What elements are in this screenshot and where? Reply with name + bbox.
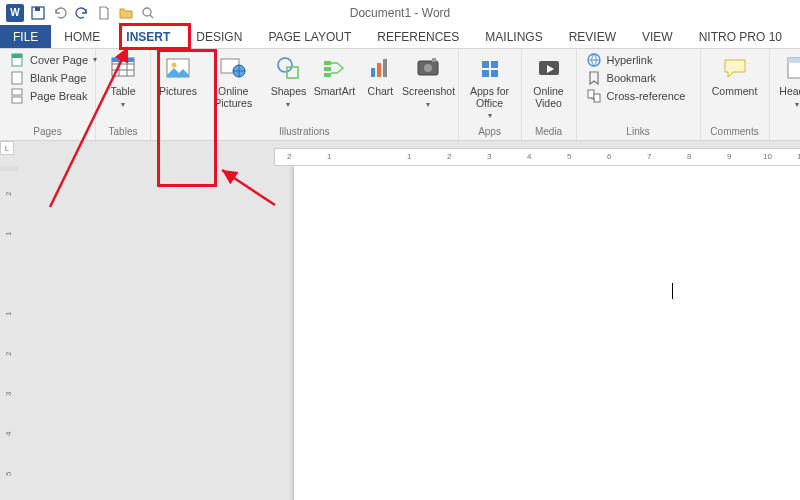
shapes-button[interactable]: Shapes▾	[267, 51, 309, 124]
cover-page-button[interactable]: Cover Page▾	[6, 51, 100, 69]
save-icon[interactable]	[30, 5, 46, 21]
svg-rect-39	[788, 58, 800, 63]
group-tables-label: Tables	[102, 124, 144, 140]
group-illustrations-label: Illustrations	[157, 124, 452, 140]
print-preview-icon[interactable]	[140, 5, 156, 21]
svg-rect-24	[371, 68, 375, 77]
tab-page-layout[interactable]: PAGE LAYOUT	[255, 25, 364, 48]
svg-rect-26	[383, 59, 387, 77]
smartart-icon	[320, 54, 348, 82]
vruler-tick: 2	[4, 352, 13, 356]
svg-rect-32	[482, 70, 489, 77]
ribbon: Cover Page▾ Blank Page Page Break Pages …	[0, 49, 800, 141]
online-pictures-icon	[219, 54, 247, 82]
group-hf-label	[776, 124, 800, 140]
chevron-down-icon: ▾	[795, 100, 799, 109]
shapes-label: Shapes	[271, 86, 307, 98]
vruler-tick: 1	[4, 232, 13, 236]
svg-point-19	[278, 58, 292, 72]
svg-rect-22	[324, 67, 331, 71]
document-area[interactable]	[19, 166, 800, 500]
ribbon-tabs: FILE HOME INSERT DESIGN PAGE LAYOUT REFE…	[0, 25, 800, 49]
svg-rect-14	[112, 58, 134, 62]
redo-icon[interactable]	[74, 5, 90, 21]
comment-button[interactable]: Comment	[707, 51, 763, 124]
table-button[interactable]: Table▾	[102, 51, 144, 124]
title-bar: W Document1 - Word	[0, 0, 800, 25]
online-pictures-label: Online Pictures	[205, 86, 261, 109]
hyperlink-icon	[586, 52, 602, 68]
vruler-tick: 4	[4, 432, 13, 436]
vruler-tick: 2	[4, 192, 13, 196]
hruler-tick: 7	[647, 152, 651, 161]
hruler-tick: 5	[567, 152, 571, 161]
group-links: Hyperlink Bookmark Cross-reference Links	[577, 49, 701, 140]
svg-rect-6	[12, 72, 22, 84]
blank-page-button[interactable]: Blank Page	[6, 69, 100, 87]
tab-insert[interactable]: INSERT	[113, 25, 183, 48]
hruler-tick: 4	[527, 152, 531, 161]
cross-reference-icon	[586, 88, 602, 104]
apps-for-office-button[interactable]: Apps for Office▾	[465, 51, 515, 124]
svg-rect-8	[12, 97, 22, 103]
header-button[interactable]: Header▾	[776, 51, 800, 124]
chevron-down-icon: ▾	[426, 100, 430, 109]
open-folder-icon[interactable]	[118, 5, 134, 21]
video-icon	[535, 54, 563, 82]
page-break-icon	[9, 88, 25, 104]
ruler-corner: L	[0, 141, 14, 155]
tab-design[interactable]: DESIGN	[183, 25, 255, 48]
hruler-tick: 9	[727, 152, 731, 161]
hruler-tick: 8	[687, 152, 691, 161]
tab-home[interactable]: HOME	[51, 25, 113, 48]
online-pictures-button[interactable]: Online Pictures	[203, 51, 263, 124]
text-cursor	[672, 283, 673, 299]
tab-references[interactable]: REFERENCES	[364, 25, 472, 48]
group-header-footer: Header▾	[770, 49, 800, 140]
hruler-tick: 1	[327, 152, 331, 161]
vruler-tick: 3	[4, 392, 13, 396]
quick-access-toolbar: W	[4, 4, 156, 22]
online-video-button[interactable]: Online Video	[528, 51, 570, 124]
chart-icon	[366, 54, 394, 82]
hruler-tick: 2	[447, 152, 451, 161]
group-media: Online Video Media	[522, 49, 577, 140]
horizontal-ruler[interactable]: 2 1 1 2 3 4 5 6 7 8 9 10 11	[274, 148, 800, 166]
pictures-label: Pictures	[159, 86, 197, 98]
blank-page-label: Blank Page	[30, 72, 86, 84]
cover-page-label: Cover Page	[30, 54, 88, 66]
tab-mailings[interactable]: MAILINGS	[472, 25, 555, 48]
svg-rect-37	[594, 94, 600, 102]
hyperlink-button[interactable]: Hyperlink	[583, 51, 689, 69]
new-doc-icon[interactable]	[96, 5, 112, 21]
svg-rect-30	[482, 61, 489, 68]
pictures-button[interactable]: Pictures	[157, 51, 199, 124]
smartart-button[interactable]: SmartArt	[313, 51, 355, 124]
tab-view[interactable]: VIEW	[629, 25, 686, 48]
svg-rect-21	[324, 61, 331, 65]
header-icon	[783, 54, 800, 82]
tab-nitro-pro[interactable]: NITRO PRO 10	[686, 25, 795, 48]
svg-rect-1	[35, 7, 40, 11]
undo-icon[interactable]	[52, 5, 68, 21]
cover-page-icon	[9, 52, 25, 68]
bookmark-button[interactable]: Bookmark	[583, 69, 689, 87]
page-break-label: Page Break	[30, 90, 87, 102]
svg-rect-36	[588, 90, 594, 98]
table-label: Table	[110, 86, 135, 98]
document-page[interactable]	[294, 166, 800, 500]
smartart-label: SmartArt	[314, 86, 355, 98]
chevron-down-icon: ▾	[286, 100, 290, 109]
screenshot-label: Screenshot	[402, 86, 455, 98]
chevron-down-icon: ▾	[121, 100, 125, 109]
hruler-tick: 10	[763, 152, 772, 161]
screenshot-button[interactable]: Screenshot▾	[405, 51, 451, 124]
svg-rect-31	[491, 61, 498, 68]
word-logo-icon: W	[6, 4, 24, 22]
chart-button[interactable]: Chart	[359, 51, 401, 124]
page-break-button[interactable]: Page Break	[6, 87, 100, 105]
cross-reference-button[interactable]: Cross-reference	[583, 87, 689, 105]
tab-review[interactable]: REVIEW	[556, 25, 629, 48]
blank-page-icon	[9, 70, 25, 86]
tab-file[interactable]: FILE	[0, 25, 51, 48]
